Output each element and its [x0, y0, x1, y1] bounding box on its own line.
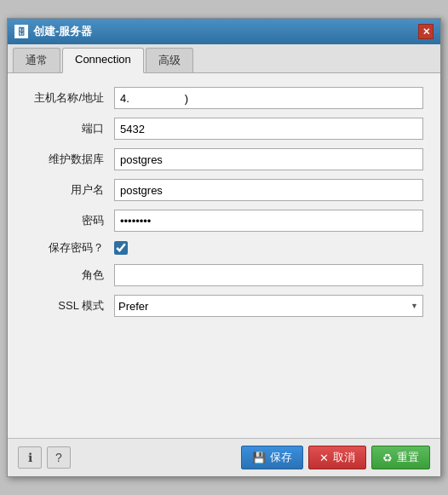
- help-button[interactable]: ?: [47, 446, 71, 469]
- tab-bar: 通常 Connection 高级: [8, 44, 440, 73]
- username-row: 用户名: [25, 179, 423, 201]
- role-row: 角色: [25, 264, 423, 286]
- password-row: 密码: [25, 210, 423, 232]
- form-content: 主机名称/地址 端口 维护数据库 用户名 密码 保存密码？: [8, 73, 440, 438]
- hostname-label: 主机名称/地址: [25, 90, 114, 106]
- footer: ℹ ? 💾 保存 ✕ 取消 ♻ 重置: [8, 438, 440, 476]
- maintenance-db-input[interactable]: [114, 148, 423, 170]
- password-label: 密码: [25, 213, 114, 228]
- tab-general[interactable]: 通常: [13, 48, 60, 72]
- maintenance-db-row: 维护数据库: [25, 148, 423, 170]
- port-row: 端口: [25, 118, 423, 140]
- role-label: 角色: [25, 268, 114, 283]
- save-password-label: 保存密码？: [25, 240, 114, 256]
- cancel-label: 取消: [333, 450, 355, 465]
- save-button[interactable]: 💾 保存: [241, 446, 303, 469]
- password-input[interactable]: [114, 210, 423, 232]
- ssl-mode-select[interactable]: Allow Prefer Require Disable Verify-CA V…: [114, 295, 423, 317]
- username-input[interactable]: [114, 179, 423, 201]
- dialog: 🗄 创建-服务器 ✕ 通常 Connection 高级 主机名称/地址 端口 维…: [7, 18, 441, 477]
- maintenance-db-label: 维护数据库: [25, 152, 114, 167]
- footer-right: 💾 保存 ✕ 取消 ♻ 重置: [241, 446, 430, 469]
- port-input[interactable]: [114, 118, 423, 140]
- role-input[interactable]: [114, 264, 423, 286]
- ssl-mode-row: SSL 模式 Allow Prefer Require Disable Veri…: [25, 295, 423, 317]
- empty-area: [25, 325, 423, 428]
- reset-label: 重置: [397, 450, 419, 465]
- title-bar-left: 🗄 创建-服务器: [14, 24, 92, 39]
- save-label: 保存: [270, 450, 292, 465]
- dialog-title: 创建-服务器: [33, 24, 92, 39]
- title-bar: 🗄 创建-服务器 ✕: [8, 19, 440, 44]
- tab-advanced[interactable]: 高级: [146, 48, 193, 72]
- footer-left: ℹ ?: [18, 446, 71, 469]
- hostname-row: 主机名称/地址: [25, 87, 423, 109]
- username-label: 用户名: [25, 182, 114, 198]
- save-password-row: 保存密码？: [25, 240, 423, 256]
- save-icon: 💾: [252, 452, 266, 464]
- port-label: 端口: [25, 121, 114, 136]
- save-password-checkbox[interactable]: [114, 241, 128, 255]
- dialog-icon: 🗄: [14, 25, 28, 38]
- tab-connection[interactable]: Connection: [62, 48, 144, 73]
- ssl-mode-select-wrapper: Allow Prefer Require Disable Verify-CA V…: [114, 295, 423, 317]
- ssl-mode-label: SSL 模式: [25, 298, 114, 314]
- hostname-input[interactable]: [114, 87, 423, 109]
- cancel-button[interactable]: ✕ 取消: [308, 446, 366, 469]
- cancel-icon: ✕: [319, 452, 329, 464]
- reset-button[interactable]: ♻ 重置: [371, 446, 430, 469]
- reset-icon: ♻: [382, 452, 393, 464]
- close-button[interactable]: ✕: [418, 24, 434, 39]
- info-button[interactable]: ℹ: [18, 446, 42, 469]
